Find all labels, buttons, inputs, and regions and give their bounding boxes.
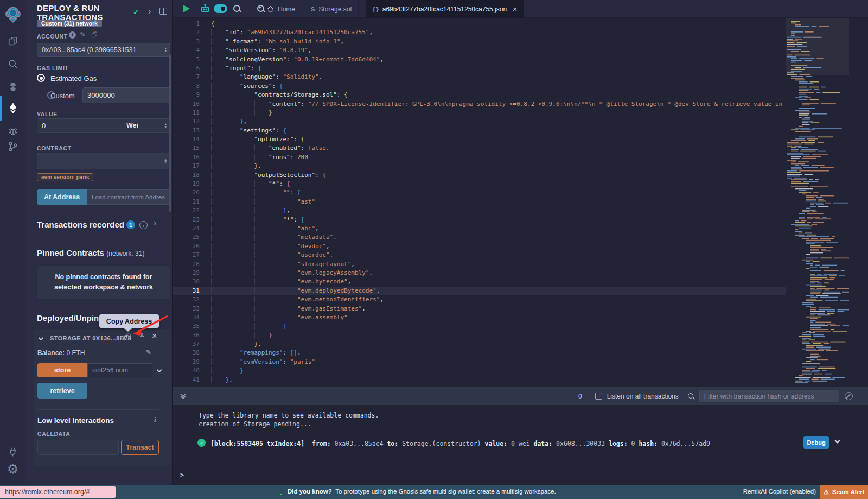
expand-transactions-chevron[interactable]: › (154, 218, 156, 228)
code-line-13[interactable]: 13 "settings": { (173, 127, 786, 135)
calldata-input[interactable] (37, 440, 119, 455)
code-line-22[interactable]: 22 ], (173, 206, 786, 215)
copilot-status[interactable]: RemixAI Copilot (enabled) (743, 488, 816, 495)
code-line-38[interactable]: 38 "remappings": [], (173, 349, 786, 357)
custom-gas-input[interactable] (82, 87, 170, 103)
code-line-9[interactable]: 9 "contracts/Storage.sol": { (173, 91, 786, 99)
zoom-out-icon[interactable]: – (233, 5, 241, 13)
copilot-toggle[interactable] (214, 4, 227, 13)
line-number: 23 (173, 216, 200, 224)
tab-home[interactable]: Home (260, 0, 302, 18)
tab-json-file[interactable]: { } a69b43f277ba20fcac141151250ca755.jso… (366, 0, 524, 18)
contract-select[interactable]: ▴▾ (37, 153, 170, 169)
code-line-20[interactable]: 20 "": [ (173, 188, 786, 197)
code-line-27[interactable]: 27 "userdoc", (173, 251, 786, 260)
code-line-25[interactable]: 25 "metadata", (173, 233, 786, 242)
did-you-know-tip: Did you know? To prototype using the Gno… (288, 488, 556, 495)
info-icon[interactable]: i (139, 221, 148, 229)
load-address-input[interactable] (87, 189, 170, 205)
minimap[interactable] (786, 18, 849, 387)
filter-transactions-input[interactable] (699, 390, 839, 402)
solidity-compiler-icon[interactable] (0, 76, 25, 98)
panel-scrollbar[interactable] (169, 54, 171, 212)
transaction-log[interactable]: [block:5583405 txIndex:4] from: 0xa03...… (210, 440, 710, 447)
code-line-37[interactable]: 37 }, (173, 340, 786, 349)
code-line-26[interactable]: 26 "devdoc", (173, 242, 786, 251)
code-line-17[interactable]: 17 }, (173, 162, 786, 170)
remixai-robot-icon[interactable] (199, 3, 211, 17)
code-line-28[interactable]: 28 "storageLayout", (173, 260, 786, 269)
copy-account-icon[interactable] (91, 31, 98, 41)
code-line-41[interactable]: 41 }, (173, 376, 786, 384)
code-line-8[interactable]: 8 "sources": { (173, 82, 786, 91)
code-line-7[interactable]: 7 "language": "Solidity", (173, 73, 786, 81)
store-param-input[interactable] (87, 363, 152, 377)
code-line-23[interactable]: 23 "*": [ (173, 216, 786, 224)
code-line-31[interactable]: 31 "evm.deployedBytecode", (173, 287, 786, 295)
add-account-icon[interactable]: + (69, 31, 76, 39)
code-line-16[interactable]: 16 "runs": 200 (173, 153, 786, 162)
terminal-output[interactable]: Type the library name to see available c… (173, 405, 868, 485)
close-tab-icon[interactable]: × (513, 5, 517, 14)
pin-panel-icon[interactable] (159, 8, 167, 15)
code-line-3[interactable]: 3 "_format": "hh-sol-build-info-1", (173, 37, 786, 46)
edit-balance-icon[interactable]: ✎ (145, 348, 151, 356)
store-button[interactable]: store (37, 363, 87, 377)
clear-console-icon[interactable] (845, 392, 853, 400)
code-line-36[interactable]: 36 } (173, 331, 786, 340)
expand-terminal-icon[interactable] (181, 394, 185, 399)
code-line-39[interactable]: 39 "evmVersion": "paris" (173, 358, 786, 367)
code-line-33[interactable]: 33 "evm.gasEstimates", (173, 305, 786, 313)
file-explorer-icon[interactable] (0, 30, 25, 52)
code-line-12[interactable]: 12 }, (173, 117, 786, 126)
code-line-19[interactable]: 19 "*": { (173, 180, 786, 188)
code-editor[interactable]: 1{2 "id": "a69b43f277ba20fcac141151250ca… (173, 18, 786, 387)
lowlevel-info-icon[interactable]: i (154, 415, 156, 424)
code-line-11[interactable]: 11 } (173, 109, 786, 117)
code-line-2[interactable]: 2 "id": "a69b43f277ba20fcac141151250ca75… (173, 28, 786, 37)
tx-expand-chevron[interactable] (835, 438, 840, 444)
estimated-gas-radio[interactable] (37, 74, 45, 82)
git-icon[interactable] (0, 136, 25, 157)
code-line-15[interactable]: 15 "enabled": false, (173, 144, 786, 153)
settings-icon[interactable]: ⚙ (0, 458, 25, 480)
debug-button[interactable]: Debug (803, 436, 829, 449)
remix-logo[interactable] (0, 3, 25, 26)
account-select[interactable]: 0xA03...85ac4 (0.39866531531 ▴▾ (37, 43, 170, 57)
tab-storage-sol[interactable]: S Storage.sol (304, 0, 359, 18)
code-line-21[interactable]: 21 "ast" (173, 198, 786, 206)
code-line-29[interactable]: 29 "evm.legacyAssembly", (173, 269, 786, 277)
code-line-30[interactable]: 30 "evm.bytecode", (173, 277, 786, 286)
code-line-40[interactable]: 40 } (173, 367, 786, 375)
code-line-24[interactable]: 24 "abi", (173, 224, 786, 233)
code-line-1[interactable]: 1{ (173, 20, 786, 28)
line-number: 29 (173, 269, 200, 277)
retrieve-button[interactable]: retrieve (37, 383, 87, 399)
code-line-35[interactable]: 35 ] (173, 322, 786, 331)
code-line-6[interactable]: 6 "input": { (173, 64, 786, 73)
transact-button[interactable]: Transact (121, 440, 159, 455)
code-line-32[interactable]: 32 "evm.methodIdentifiers", (173, 295, 786, 304)
code-line-5[interactable]: 5 "solcLongVersion": "0.8.19+commit.7dd6… (173, 55, 786, 64)
expand-store-chevron[interactable] (157, 368, 162, 373)
contract-instance-header[interactable]: STORAGE AT 0X136...8B78 (50, 335, 131, 342)
chevron-right-icon[interactable]: › (148, 6, 151, 17)
at-address-button[interactable]: At Address (37, 189, 87, 205)
collapse-contract-chevron[interactable] (39, 336, 44, 341)
code-line-4[interactable]: 4 "solcVersion": "0.8.19", (173, 46, 786, 55)
code-line-18[interactable]: 18 "outputSelection": { (173, 171, 786, 180)
edit-account-icon[interactable]: ✎ (80, 30, 86, 39)
tx-count-badge: 1 (126, 220, 135, 229)
scam-alert-button[interactable]: ⚠ Scam Alert (820, 485, 868, 499)
listen-transactions-checkbox[interactable] (595, 393, 602, 400)
value-unit-select[interactable]: Wei ▴▾ (122, 118, 170, 133)
code-line-10[interactable]: 10 "content": "// SPDX-License-Identifie… (173, 100, 786, 109)
terminal-prompt[interactable]: > (180, 471, 184, 479)
value-input[interactable] (37, 118, 122, 133)
spinner-icon: ▴▾ (164, 123, 167, 128)
code-line-14[interactable]: 14 "optimizer": { (173, 135, 786, 144)
search-icon[interactable] (0, 53, 25, 75)
run-script-icon[interactable] (183, 5, 190, 12)
deploy-run-icon[interactable] (0, 97, 25, 119)
code-line-34[interactable]: 34 "evm.assembly" (173, 313, 786, 322)
